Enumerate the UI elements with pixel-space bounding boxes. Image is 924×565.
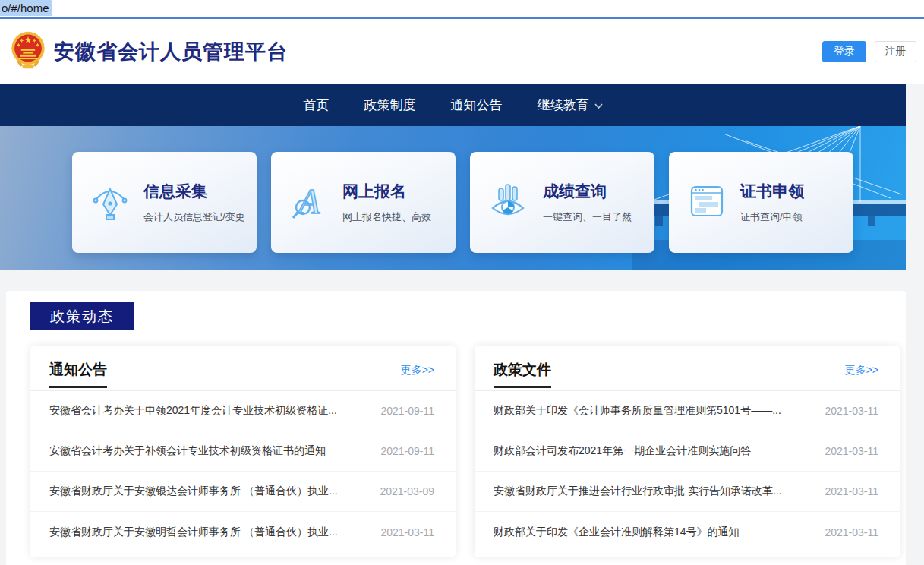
letter-a-search-icon: A <box>291 181 327 224</box>
list-item[interactable]: 安徽省财政厅关于安徽明哲会计师事务所 （普通合伙）执业... 2021-03-1… <box>30 512 456 552</box>
list-item-date: 2021-09-11 <box>380 405 434 417</box>
list-item-title: 安徽省会计考办关于申领2021年度会计专业技术初级资格证... <box>49 404 337 418</box>
chevron-down-icon <box>594 97 603 112</box>
list-item-title: 财政部关于印发《企业会计准则解释第14号》的通知 <box>494 526 740 539</box>
notices-panel: 通知公告 更多>> 安徽省会计考办关于申领2021年度会计专业技术初级资格证..… <box>30 346 456 557</box>
panel-title: 政策文件 <box>494 360 551 388</box>
list-item[interactable]: 安徽省财政厅关于安徽银达会计师事务所 （普通合伙）执业... 2021-03-0… <box>30 472 456 512</box>
hero-banner: 信息采集 会计人员信息登记/变更 A 网上报名 网上报名快捷、高效 <box>0 126 906 270</box>
card-info-collection[interactable]: 信息采集 会计人员信息登记/变更 <box>72 152 257 253</box>
list-item-date: 2021-03-11 <box>825 526 878 538</box>
page-title: 安徽省会计人员管理平台 <box>54 38 288 65</box>
list-item-date: 2021-03-11 <box>825 405 878 417</box>
list-item-date: 2021-03-11 <box>825 485 878 497</box>
list-item-date: 2021-03-11 <box>825 445 878 457</box>
list-item-title: 财政部关于印发《会计师事务所质量管理准则第5101号——... <box>494 404 781 418</box>
policy-dynamics-badge: 政策动态 <box>30 302 134 330</box>
list-item-title: 安徽省会计考办关于补领会计专业技术初级资格证书的通知 <box>49 444 326 458</box>
register-button[interactable]: 注册 <box>875 41 916 62</box>
browser-address-remnant: o/#/home <box>0 0 924 17</box>
nav-label: 政策制度 <box>364 96 416 114</box>
list-item-title: 安徽省财政厅关于推进会计行业行政审批 实行告知承诺改革... <box>494 485 782 498</box>
nav-item-notices[interactable]: 通知公告 <box>451 96 503 114</box>
list-item[interactable]: 安徽省会计考办关于申领2021年度会计专业技术初级资格证... 2021-09-… <box>30 391 456 431</box>
card-title: 网上报名 <box>342 181 431 202</box>
national-emblem-logo-icon <box>9 30 47 74</box>
url-text[interactable]: o/#/home <box>0 0 52 16</box>
login-button[interactable]: 登录 <box>822 41 866 62</box>
nav-label: 首页 <box>304 96 330 114</box>
card-certificate-application[interactable]: 证书申领 证书查询/申领 <box>669 152 853 253</box>
list-item-date: 2021-09-11 <box>380 445 434 457</box>
certificate-window-icon <box>689 182 725 223</box>
list-item[interactable]: 安徽省会计考办关于补领会计专业技术初级资格证书的通知 2021-09-11 <box>30 431 456 472</box>
main-nav: 首页 政策制度 通知公告 继续教育 <box>0 84 906 126</box>
nav-item-home[interactable]: 首页 <box>304 96 330 114</box>
list-item[interactable]: 财政部会计司发布2021年第一期企业会计准则实施问答 2021-03-11 <box>475 431 900 472</box>
nav-item-continuing-education[interactable]: 继续教育 <box>538 96 603 114</box>
list-item[interactable]: 安徽省财政厅关于推进会计行业行政审批 实行告知承诺改革... 2021-03-1… <box>475 472 900 512</box>
site-header: 安徽省会计人员管理平台 登录 注册 <box>0 19 924 84</box>
panel-title: 通知公告 <box>49 360 107 388</box>
list-item-title: 安徽省财政厅关于安徽明哲会计师事务所 （普通合伙）执业... <box>49 526 338 539</box>
card-subtitle: 网上报名快捷、高效 <box>342 210 431 224</box>
notices-more-link[interactable]: 更多>> <box>401 364 434 377</box>
quick-action-cards: 信息采集 会计人员信息登记/变更 A 网上报名 网上报名快捷、高效 <box>72 152 853 253</box>
card-score-inquiry[interactable]: 成绩查询 一键查询、一目了然 <box>470 152 654 253</box>
header-actions: 登录 注册 <box>822 41 916 62</box>
policy-files-more-link[interactable]: 更多>> <box>845 364 878 377</box>
card-title: 信息采集 <box>143 181 245 202</box>
pen-nib-icon <box>92 181 128 224</box>
policy-files-panel: 政策文件 更多>> 财政部关于印发《会计师事务所质量管理准则第5101号——..… <box>475 346 900 557</box>
list-item-date: 2021-03-09 <box>380 485 434 497</box>
list-item-title: 财政部会计司发布2021年第一期企业会计准则实施问答 <box>494 444 751 458</box>
card-online-registration[interactable]: A 网上报名 网上报名快捷、高效 <box>271 152 456 253</box>
nav-label: 继续教育 <box>538 96 589 114</box>
list-item-date: 2021-03-11 <box>380 526 434 538</box>
card-title: 成绩查询 <box>543 181 632 202</box>
card-subtitle: 证书查询/申领 <box>740 210 804 224</box>
list-item[interactable]: 财政部关于印发《会计师事务所质量管理准则第5101号——... 2021-03-… <box>475 391 900 431</box>
list-item[interactable]: 财政部关于印发《企业会计准则解释第14号》的通知 2021-03-11 <box>475 512 900 552</box>
eye-chart-icon <box>490 182 528 223</box>
nav-item-policy-system[interactable]: 政策制度 <box>364 96 416 114</box>
policy-section: 政策动态 通知公告 更多>> 安徽省会计考办关于申领2021年度会计专业技术初级… <box>6 291 906 565</box>
card-subtitle: 会计人员信息登记/变更 <box>143 210 245 224</box>
card-title: 证书申领 <box>740 181 804 202</box>
list-item-title: 安徽省财政厅关于安徽银达会计师事务所 （普通合伙）执业... <box>49 485 338 498</box>
nav-label: 通知公告 <box>451 96 503 114</box>
card-subtitle: 一键查询、一目了然 <box>543 210 632 224</box>
